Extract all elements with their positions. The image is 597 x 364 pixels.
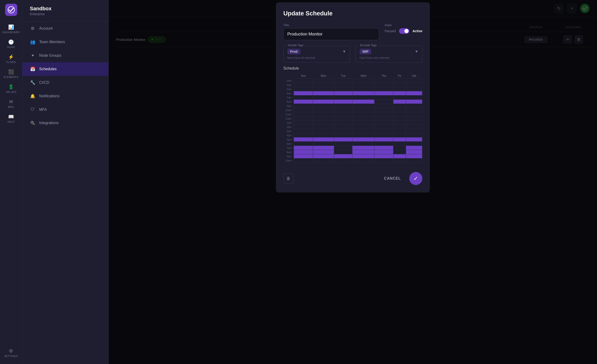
slot-7pm-day-4[interactable] bbox=[375, 146, 393, 150]
slot-4pm-day-3[interactable] bbox=[352, 133, 375, 137]
slot-1pm-day-2[interactable] bbox=[334, 121, 352, 125]
slot-7am-day-5[interactable] bbox=[393, 95, 406, 100]
slot-10pm-day-6[interactable] bbox=[406, 158, 422, 163]
slot-5pm-day-3[interactable] bbox=[352, 137, 375, 142]
slot-7pm-day-3[interactable] bbox=[352, 146, 375, 150]
slot-7am-day-6[interactable] bbox=[406, 95, 422, 100]
slot-3pm-day-2[interactable] bbox=[334, 129, 352, 133]
slot-12pm-day-0[interactable] bbox=[294, 116, 313, 121]
slot-4pm-day-5[interactable] bbox=[393, 133, 406, 137]
slot-5pm-day-6[interactable] bbox=[406, 137, 422, 142]
slot-5am-day-2[interactable] bbox=[334, 87, 352, 91]
slot-3am-day-6[interactable] bbox=[406, 79, 422, 83]
state-toggle[interactable] bbox=[399, 28, 409, 34]
slot-9pm-day-6[interactable] bbox=[406, 154, 422, 158]
slot-4am-day-2[interactable] bbox=[334, 83, 352, 87]
slot-7pm-day-2[interactable] bbox=[334, 146, 352, 150]
slot-11am-day-4[interactable] bbox=[375, 112, 393, 116]
slot-5pm-day-0[interactable] bbox=[294, 137, 313, 142]
slot-10pm-day-5[interactable] bbox=[393, 158, 406, 163]
slot-6pm-day-6[interactable] bbox=[406, 142, 422, 146]
slot-9am-day-5[interactable] bbox=[393, 104, 406, 108]
slot-5am-day-0[interactable] bbox=[294, 87, 313, 91]
slot-8pm-day-0[interactable] bbox=[294, 150, 313, 154]
slot-4pm-day-0[interactable] bbox=[294, 133, 313, 137]
slot-3am-day-0[interactable] bbox=[294, 79, 313, 83]
menu-item-mfa[interactable]: 🛡 MFA bbox=[22, 103, 109, 116]
slot-10pm-day-1[interactable] bbox=[313, 158, 334, 163]
slot-9am-day-3[interactable] bbox=[352, 104, 375, 108]
slot-3pm-day-1[interactable] bbox=[313, 129, 334, 133]
slot-3am-day-1[interactable] bbox=[313, 79, 334, 83]
sidebar-item-mail[interactable]: ✉ MAIL bbox=[0, 96, 22, 111]
slot-4am-day-5[interactable] bbox=[393, 83, 406, 87]
slot-6am-day-3[interactable] bbox=[352, 91, 375, 95]
slot-10am-day-2[interactable] bbox=[334, 108, 352, 112]
slot-8pm-day-5[interactable] bbox=[393, 150, 406, 154]
slot-10am-day-5[interactable] bbox=[393, 108, 406, 112]
slot-8pm-day-2[interactable] bbox=[334, 150, 352, 154]
slot-10pm-day-2[interactable] bbox=[334, 158, 352, 163]
menu-item-schedules[interactable]: 📅 Schedules bbox=[22, 62, 109, 76]
slot-8am-day-2[interactable] bbox=[334, 100, 352, 104]
slot-11am-day-1[interactable] bbox=[313, 112, 334, 116]
slot-10am-day-6[interactable] bbox=[406, 108, 422, 112]
slot-1pm-day-1[interactable] bbox=[313, 121, 334, 125]
slot-2pm-day-3[interactable] bbox=[352, 125, 375, 129]
slot-7am-day-3[interactable] bbox=[352, 95, 375, 100]
slot-6am-day-4[interactable] bbox=[375, 91, 393, 95]
slot-4am-day-1[interactable] bbox=[313, 83, 334, 87]
slot-10am-day-4[interactable] bbox=[375, 108, 393, 112]
slot-12pm-day-4[interactable] bbox=[375, 116, 393, 121]
slot-4am-day-4[interactable] bbox=[375, 83, 393, 87]
slot-4pm-day-4[interactable] bbox=[375, 133, 393, 137]
slot-5am-day-4[interactable] bbox=[375, 87, 393, 91]
slot-7pm-day-1[interactable] bbox=[313, 146, 334, 150]
slot-12pm-day-2[interactable] bbox=[334, 116, 352, 121]
slot-8am-day-5[interactable] bbox=[393, 100, 406, 104]
slot-2pm-day-6[interactable] bbox=[406, 125, 422, 129]
menu-item-team-members[interactable]: 👥 Team Members bbox=[22, 35, 109, 49]
slot-4pm-day-6[interactable] bbox=[406, 133, 422, 137]
slot-2pm-day-2[interactable] bbox=[334, 125, 352, 129]
slot-6am-day-6[interactable] bbox=[406, 91, 422, 95]
slot-7pm-day-0[interactable] bbox=[294, 146, 313, 150]
slot-9am-day-6[interactable] bbox=[406, 104, 422, 108]
slot-8pm-day-4[interactable] bbox=[375, 150, 393, 154]
slot-12pm-day-6[interactable] bbox=[406, 116, 422, 121]
exclude-tags-select[interactable]: WIP ▼ bbox=[360, 49, 418, 54]
slot-7pm-day-5[interactable] bbox=[393, 146, 406, 150]
slot-3pm-day-0[interactable] bbox=[294, 129, 313, 133]
slot-12pm-day-3[interactable] bbox=[352, 116, 375, 121]
slot-6pm-day-2[interactable] bbox=[334, 142, 352, 146]
slot-10pm-day-3[interactable] bbox=[352, 158, 375, 163]
app-logo[interactable] bbox=[5, 4, 17, 16]
slot-6pm-day-4[interactable] bbox=[375, 142, 393, 146]
slot-11am-day-2[interactable] bbox=[334, 112, 352, 116]
slot-6am-day-1[interactable] bbox=[313, 91, 334, 95]
slot-9pm-day-0[interactable] bbox=[294, 154, 313, 158]
slot-10pm-day-0[interactable] bbox=[294, 158, 313, 163]
slot-3pm-day-3[interactable] bbox=[352, 129, 375, 133]
slot-2pm-day-1[interactable] bbox=[313, 125, 334, 129]
slot-1pm-day-0[interactable] bbox=[294, 121, 313, 125]
slot-3pm-day-5[interactable] bbox=[393, 129, 406, 133]
sidebar-item-elements[interactable]: ⬛ ELEMENTS bbox=[0, 66, 22, 81]
slot-8am-day-3[interactable] bbox=[352, 100, 375, 104]
slot-11am-day-6[interactable] bbox=[406, 112, 422, 116]
menu-item-notifications[interactable]: 🔔 Notifications bbox=[22, 89, 109, 103]
slot-9pm-day-4[interactable] bbox=[375, 154, 393, 158]
slot-5pm-day-5[interactable] bbox=[393, 137, 406, 142]
slot-1pm-day-5[interactable] bbox=[393, 121, 406, 125]
menu-item-ci-cd[interactable]: 🔧 CI/CD bbox=[22, 76, 109, 89]
slot-12pm-day-1[interactable] bbox=[313, 116, 334, 121]
slot-9am-day-2[interactable] bbox=[334, 104, 352, 108]
slot-4am-day-6[interactable] bbox=[406, 83, 422, 87]
slot-9am-day-0[interactable] bbox=[294, 104, 313, 108]
slot-6pm-day-0[interactable] bbox=[294, 142, 313, 146]
confirm-button[interactable]: ✓ bbox=[409, 172, 422, 185]
slot-8am-day-1[interactable] bbox=[313, 100, 334, 104]
slot-4am-day-3[interactable] bbox=[352, 83, 375, 87]
menu-item-account[interactable]: ⚙ Account bbox=[22, 22, 109, 35]
slot-7am-day-4[interactable] bbox=[375, 95, 393, 100]
